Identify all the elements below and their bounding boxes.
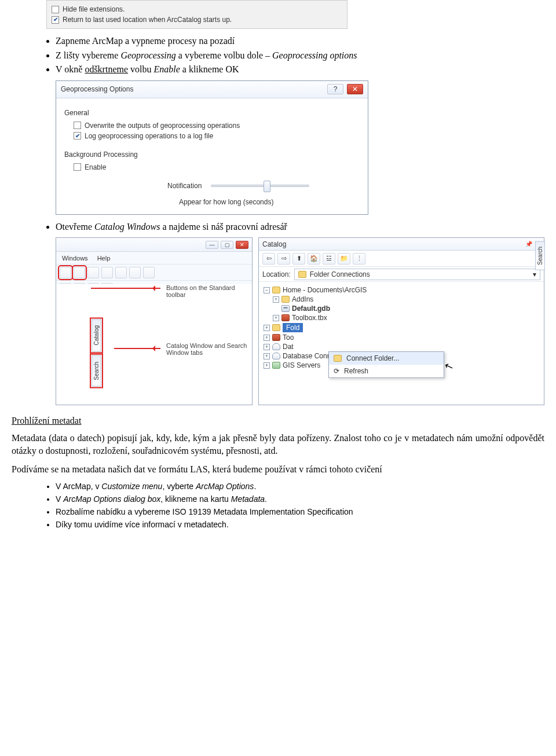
general-group-label: General [64, 109, 361, 117]
slider-thumb[interactable] [264, 181, 270, 192]
toolbar-button[interactable] [115, 267, 127, 278]
search-window-button[interactable] [74, 267, 85, 278]
search-tab[interactable]: Search [92, 355, 101, 387]
paragraph: Metadata (data o datech) popisují jak, k… [12, 432, 544, 457]
overwrite-outputs-checkbox[interactable] [74, 122, 81, 129]
catalog-window-button[interactable] [60, 267, 71, 278]
close-button[interactable]: ✕ [347, 84, 363, 94]
enable-background-label: Enable [85, 163, 106, 171]
section-heading: Prohlížení metadat [12, 416, 544, 426]
geoprocessing-options-dialog: Geoprocessing Options ? ✕ General Overwr… [56, 80, 368, 215]
paragraph: Podíváme se na metadata našich dat ve fo… [12, 463, 544, 476]
callout-standard-toolbar: Buttons on the Standard toolbar [166, 284, 242, 298]
expand-toggle[interactable]: + [264, 344, 270, 350]
database-icon [272, 353, 280, 359]
server-icon [272, 362, 280, 369]
toolbar-button[interactable] [87, 267, 99, 278]
arcmap-window: — ▢ ✕ Windows Help Catalog Search [56, 237, 253, 405]
list-item: V ArcMap Options dialog box, klikneme na… [56, 494, 556, 505]
list-item: Z lišty vybereme Geoprocessing a vyberem… [56, 49, 556, 62]
dialog-title: Geoprocessing Options [61, 85, 133, 93]
catalog-tree[interactable]: −Home - Documents\ArcGIS +AddIns Default… [259, 282, 544, 373]
list-item: Díky tomu uvidíme více informací v metad… [56, 519, 556, 530]
instructions-list-b: Otevřeme Catalog Windows a najdeme si ná… [56, 221, 556, 233]
expand-toggle[interactable]: + [264, 362, 270, 369]
enable-background-checkbox[interactable] [74, 163, 81, 171]
list-item: Rozbalíme nabídku a vybereme ISO 19139 M… [56, 507, 556, 518]
background-processing-group-label: Background Processing [64, 151, 361, 159]
toolbar-button[interactable] [129, 267, 141, 278]
tree-item-home[interactable]: Home - Documents\ArcGIS [283, 286, 367, 294]
catalog-title: Catalog [262, 240, 286, 248]
maximize-button[interactable]: ▢ [221, 241, 233, 249]
forward-button[interactable]: ⇨ [277, 253, 290, 265]
catalog-pane: Catalog 📌 ✕ ⇦ ⇨ ⬆ 🏠 ☳ 📁 ⋮ Location: Fold… [258, 237, 544, 405]
pin-icon[interactable]: 📌 [525, 241, 532, 247]
arccatalog-options-panel: Hide file extensions. Return to last use… [46, 0, 348, 29]
ctx-connect-folder[interactable]: Connect Folder... [329, 352, 444, 365]
list-item: V ArcMap, v Customize menu, vyberte ArcM… [56, 481, 556, 492]
location-input[interactable]: Folder Connections ▾ [294, 269, 540, 280]
hide-extensions-label: Hide file extensions. [63, 5, 125, 13]
folder-icon [272, 324, 280, 331]
connect-folder-button[interactable]: 📁 [338, 253, 350, 265]
back-button[interactable]: ⇦ [262, 253, 275, 265]
toolbox-icon [281, 314, 290, 321]
location-value: Folder Connections [310, 270, 370, 278]
geodatabase-icon [281, 305, 290, 312]
connect-folder-icon [334, 355, 342, 362]
expand-toggle[interactable]: + [264, 353, 270, 359]
appear-duration-label: Appear for how long (seconds) [179, 198, 361, 206]
menu-windows[interactable]: Windows [62, 255, 88, 262]
toggle-button[interactable]: ☳ [323, 253, 335, 265]
callout-arrow [114, 348, 160, 349]
chevron-down-icon[interactable]: ▾ [533, 270, 536, 278]
location-label: Location: [262, 270, 291, 278]
close-button[interactable]: ✕ [236, 241, 248, 249]
tree-item[interactable]: Dat [283, 343, 294, 351]
database-icon [272, 343, 280, 350]
tree-item[interactable]: Too [283, 333, 294, 342]
toolbar-button[interactable] [143, 267, 155, 278]
list-item: Zapneme ArcMap a vypneme procesy na poza… [56, 35, 556, 47]
hide-extensions-checkbox[interactable] [52, 6, 59, 13]
options-button[interactable]: ⋮ [353, 253, 365, 265]
expand-toggle[interactable]: + [264, 325, 270, 331]
tree-item[interactable]: Default.gdb [292, 304, 330, 313]
return-last-location-checkbox[interactable] [52, 16, 59, 24]
folder-icon [272, 287, 280, 293]
refresh-icon: ⟳ [334, 367, 339, 375]
help-button[interactable]: ? [327, 84, 343, 94]
tree-item[interactable]: GIS Servers [283, 361, 320, 369]
expand-toggle[interactable]: + [273, 296, 279, 303]
log-operations-checkbox[interactable] [74, 132, 81, 140]
search-side-tab[interactable]: Search [535, 241, 545, 270]
notification-slider[interactable] [211, 185, 309, 187]
folder-icon [298, 271, 306, 278]
overwrite-outputs-label: Overwrite the outputs of geoprocessing o… [85, 122, 240, 130]
up-button[interactable]: ⬆ [292, 253, 305, 265]
home-button[interactable]: 🏠 [308, 253, 320, 265]
list-item: Otevřeme Catalog Windows a najdeme si ná… [56, 221, 556, 233]
catalog-tab[interactable]: Catalog [92, 319, 101, 351]
folder-icon [281, 296, 290, 303]
ctx-refresh[interactable]: ⟳ Refresh [329, 365, 444, 377]
list-item: V okně odškrtneme volbu Enable a kliknem… [56, 63, 556, 76]
context-menu: Connect Folder... ⟳ Refresh [328, 351, 444, 378]
expand-toggle[interactable]: − [264, 287, 270, 293]
log-operations-label: Log geoprocessing operations to a log fi… [85, 132, 213, 140]
tree-item[interactable]: Toolbox.tbx [292, 314, 327, 322]
instructions-list-a: Zapneme ArcMap a vypneme procesy na poza… [56, 35, 556, 76]
expand-toggle[interactable]: + [264, 335, 270, 341]
toolbar-button[interactable] [101, 267, 113, 278]
expand-toggle[interactable]: + [273, 315, 279, 321]
tree-item[interactable]: AddIns [292, 295, 313, 303]
minimize-button[interactable]: — [206, 241, 218, 249]
return-last-location-label: Return to last used location when ArcCat… [63, 16, 232, 24]
notification-label: Notification [167, 182, 202, 190]
tree-item-selected[interactable]: Fold [283, 323, 303, 332]
toolbox-icon [272, 334, 280, 341]
menu-help[interactable]: Help [97, 255, 111, 262]
callout-arrow [91, 288, 160, 289]
instructions-list-c: V ArcMap, v Customize menu, vyberte ArcM… [56, 481, 556, 530]
